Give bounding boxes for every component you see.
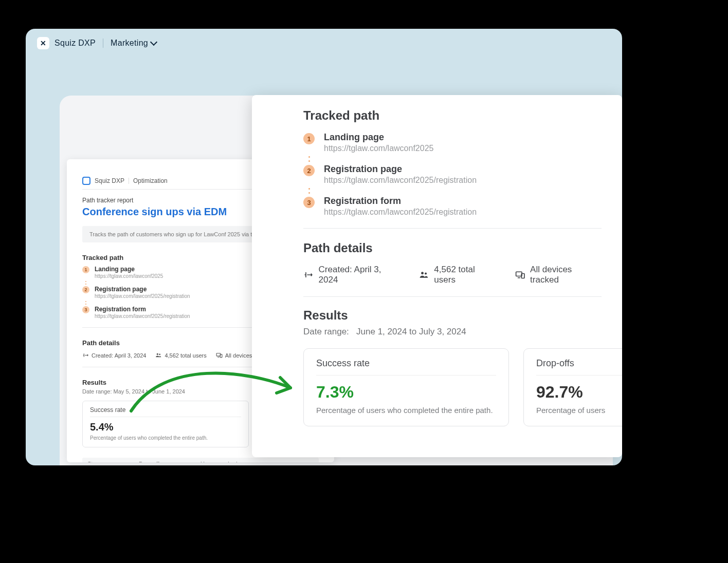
card-context: Optimization [133,177,168,184]
step-badge: 3 [303,197,315,208]
step-url: https://tglaw.com/lawconf2025 [324,144,433,153]
devices-icon [515,270,525,280]
step-connector-icon [82,301,89,305]
chevron-down-icon [150,39,157,46]
tracked-path-heading: Tracked path [303,108,602,123]
devices-icon [216,352,223,359]
step-url: https://tglaw.com/lawconf2025/registrati… [95,313,190,319]
card-brand: Squiz DXP [95,177,124,184]
brand-logo-glyph: ✕ [40,39,46,47]
step-title: Registration page [95,286,190,293]
step-badge: 2 [82,286,89,293]
section-label: Marketing [111,39,148,48]
kpi-value: 5.4% [90,421,241,433]
squiz-logo-icon [82,177,90,185]
path-details-heading: Path details [303,241,602,255]
step-url: https://tglaw.com/lawconf2025/registrati… [324,208,477,217]
path-step: 2Registration pagehttps://tglaw.com/lawc… [303,164,602,185]
arrow-path-icon [303,270,314,280]
users-stat: 4,562 total users [155,352,206,359]
kpi-success-rate: Success rate 5.4% Percentage of users wh… [82,401,249,447]
arrow-path-icon [82,352,89,359]
path-details-row: Created: April 3, 2024 4,562 total users… [303,265,602,285]
path-step: 1Landing pagehttps://tglaw.com/lawconf20… [303,132,602,153]
created-stat: Created: April 3, 2024 [303,265,402,285]
users-icon [419,270,429,280]
card-header-separator [129,178,129,184]
topbar-separator [103,39,103,48]
report-card-after: Tracked path 1Landing pagehttps://tglaw.… [252,95,622,457]
step-url: https://tglaw.com/lawconf2025 [95,273,163,279]
step-title: Landing page [324,132,433,143]
step-url: https://tglaw.com/lawconf2025/registrati… [95,293,190,299]
users-stat: 4,562 total users [419,265,498,285]
svg-point-1 [159,354,161,355]
step-title: Landing page [95,266,163,273]
step-connector-icon [303,156,315,162]
step-badge: 2 [303,165,315,176]
divider [303,228,602,229]
svg-point-4 [421,272,424,274]
kpi-value: 92.7% [536,383,622,402]
section-dropdown[interactable]: Marketing [111,39,156,48]
svg-rect-6 [516,272,521,276]
step-url: https://tglaw.com/lawconf2025/registrati… [324,176,477,185]
results-table-header: Step Drop-offs Users reached [82,458,319,462]
devices-stat: All devices tracked [515,265,602,285]
step-title: Registration page [324,164,477,175]
svg-point-5 [425,273,427,275]
date-range: Date range: June 1, 2024 to July 3, 2024 [303,327,602,337]
svg-rect-2 [216,353,221,356]
step-connector-icon [303,188,315,194]
step-badge: 3 [82,306,89,313]
brand-name: Squiz DXP [54,39,96,48]
step-badge: 1 [82,266,89,273]
step-title: Registration form [95,306,190,313]
kpi-value: 7.3% [316,383,496,402]
brand-logo-icon: ✕ [37,37,49,49]
created-stat: Created: April 3, 2024 [82,352,146,359]
users-icon [155,352,162,359]
divider [303,296,602,297]
step-connector-icon [82,281,89,285]
step-title: Registration form [324,196,477,207]
tracked-path-list: 1Landing pagehttps://tglaw.com/lawconf20… [303,132,602,217]
topbar: ✕ Squiz DXP Marketing [26,29,622,58]
step-badge: 1 [303,133,315,144]
results-heading: Results [303,308,602,323]
kpi-success-rate: Success rate 7.3% Percentage of users wh… [303,348,509,426]
path-step: 3Registration formhttps://tglaw.com/lawc… [303,196,602,217]
kpi-dropoffs: Drop-offs 92.7% Percentage of users [523,348,622,426]
svg-point-0 [157,353,158,355]
